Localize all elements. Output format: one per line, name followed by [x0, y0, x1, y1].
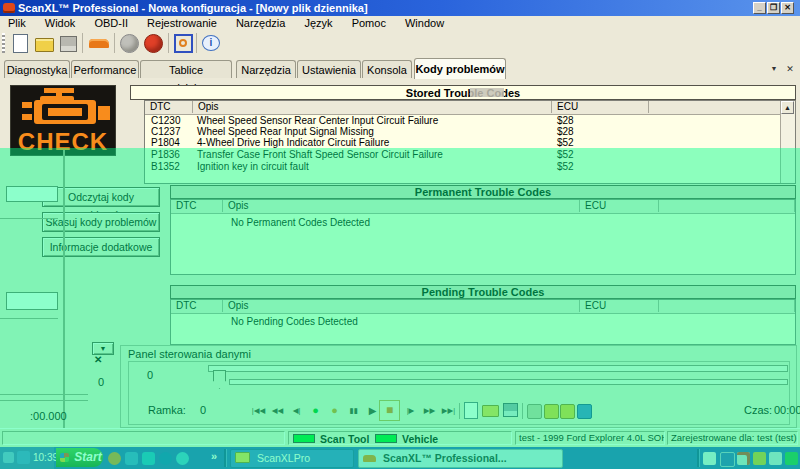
tab-narzedzia[interactable]: Narzędzia: [236, 60, 296, 78]
frame-value: 0: [200, 404, 206, 416]
ghost-close-icon[interactable]: ✕: [94, 354, 102, 365]
tray-volume-icon[interactable]: [769, 452, 782, 465]
quicklaunch-overflow-chevron[interactable]: »: [211, 450, 217, 462]
time-label: Czas:: [744, 404, 772, 416]
info-icon[interactable]: i: [201, 33, 221, 53]
quicklaunch-internet-icon[interactable]: [159, 452, 172, 465]
menu-window[interactable]: Window: [397, 16, 452, 30]
save-icon[interactable]: [58, 33, 78, 53]
skip-start-button[interactable]: |◀◀: [250, 402, 267, 419]
save-log-icon[interactable]: [503, 403, 518, 417]
tray-network-icon[interactable]: [737, 452, 750, 465]
pause-button[interactable]: ▮▮: [345, 402, 362, 419]
start-button[interactable]: Start: [56, 448, 103, 467]
empty-row-message: No Permanent Codes Detected: [231, 217, 370, 228]
menu-plik[interactable]: Plik: [0, 16, 34, 30]
export-up-icon[interactable]: [560, 404, 575, 419]
fast-forward-button[interactable]: ▶▶: [421, 402, 438, 419]
folder-icon: [235, 452, 250, 463]
ghost-field: [6, 186, 58, 202]
grid-view-icon[interactable]: [577, 404, 592, 419]
col-dtc[interactable]: DTC: [145, 101, 193, 113]
app-icon: [3, 3, 15, 13]
menu-pomoc[interactable]: Pomoc: [344, 16, 394, 30]
status-connection-panel: Scan Tool Vehicle: [288, 431, 512, 445]
scroll-up-icon[interactable]: ▲: [781, 101, 794, 114]
taskbar-item-scanxl-professional[interactable]: ScanXL™ Professional...: [358, 449, 563, 468]
col-ecu[interactable]: ECU: [580, 200, 659, 212]
quicklaunch-icon[interactable]: [125, 452, 138, 465]
tab-tablice-rozdzielcze[interactable]: Tablice rozdzielcze: [140, 60, 232, 78]
ghost-window-edge: [63, 150, 65, 428]
menu-widok[interactable]: Widok: [37, 16, 84, 30]
col-ecu[interactable]: ECU: [580, 300, 659, 312]
tab-close-icon[interactable]: ✕: [784, 63, 796, 75]
ghost-divider: [0, 400, 88, 401]
data-control-panel-title: Panel sterowania danymi: [128, 348, 251, 360]
col-opis[interactable]: Opis: [193, 101, 552, 113]
read-codes-button[interactable]: Odczytaj kody problemów: [42, 187, 160, 207]
step-forward-button[interactable]: |▶: [402, 402, 419, 419]
menu-rejestrowanie[interactable]: Rejestrowanie: [139, 16, 225, 30]
additional-info-button[interactable]: Informacje dodatkowe: [42, 237, 160, 257]
minimize-button[interactable]: _: [753, 2, 766, 14]
tab-diagnostyka[interactable]: Diagnostyka: [4, 60, 70, 78]
new-log-icon[interactable]: [464, 402, 478, 419]
connect-plug-icon[interactable]: [119, 33, 139, 53]
new-file-icon[interactable]: [10, 33, 30, 53]
col-dtc[interactable]: DTC: [171, 300, 223, 312]
disconnect-plug-icon[interactable]: [143, 33, 163, 53]
tab-kody-problemow[interactable]: Kody problemów: [414, 58, 506, 79]
tab-konsola[interactable]: Konsola: [362, 60, 412, 78]
tray-display-icon[interactable]: [703, 452, 716, 465]
window-title: ScanXL™ Professional - Nowa konfiguracja…: [18, 0, 368, 16]
tab-dropdown-icon[interactable]: ▼: [768, 63, 780, 75]
open-folder-icon[interactable]: [34, 33, 54, 53]
tab-ustawienia[interactable]: Ustawienia: [297, 60, 361, 78]
open-log-icon[interactable]: [482, 405, 499, 417]
scan-tool-led: [293, 434, 315, 443]
tray-status-icon[interactable]: [785, 452, 798, 465]
label-tool-icon[interactable]: [527, 404, 542, 419]
tray-app-icon[interactable]: [720, 452, 735, 467]
step-back-button[interactable]: ◀|: [288, 402, 305, 419]
vehicle-car-icon[interactable]: [88, 33, 110, 53]
render-artifact: [470, 88, 504, 97]
tab-performance[interactable]: Performance: [71, 60, 139, 78]
playback-slider-track[interactable]: [208, 365, 788, 372]
toolbar-separator: [196, 33, 197, 53]
quicklaunch-media-icon[interactable]: [176, 452, 189, 465]
secondary-slider-track[interactable]: [229, 379, 788, 385]
menu-jezyk[interactable]: Język: [296, 16, 340, 30]
rewind-button[interactable]: ◀◀: [269, 402, 286, 419]
col-dtc[interactable]: DTC: [171, 200, 223, 212]
windows-flag-icon: [60, 453, 69, 462]
menu-narzedzia[interactable]: Narzędzia: [228, 16, 294, 30]
time-value: 00:00: [774, 404, 800, 416]
restore-button[interactable]: ❐: [767, 2, 780, 14]
menu-obd2[interactable]: OBD-II: [86, 16, 136, 30]
clear-codes-button[interactable]: Skasuj kody problemów: [42, 212, 160, 232]
quicklaunch-icon[interactable]: [142, 452, 155, 465]
tray-shield-icon[interactable]: [753, 452, 766, 465]
skip-end-button[interactable]: ▶▶|: [440, 402, 457, 419]
dashboard-icon[interactable]: [173, 33, 193, 53]
marker-button[interactable]: ●: [326, 402, 343, 419]
toolbar-grip[interactable]: [2, 33, 5, 53]
col-opis[interactable]: Opis: [223, 200, 580, 212]
close-button[interactable]: ✕: [781, 2, 794, 14]
stop-button[interactable]: ■: [379, 400, 400, 421]
taskbar-divider: [224, 449, 227, 467]
export-down-icon[interactable]: [544, 404, 559, 419]
col-extra[interactable]: [649, 101, 782, 113]
col-ecu[interactable]: ECU: [552, 101, 649, 113]
col-extra[interactable]: [659, 200, 795, 212]
scanxl-app-window: ScanXL™ Professional - Nowa konfiguracja…: [0, 0, 800, 469]
menu-bar: Plik Widok OBD-II Rejestrowanie Narzędzi…: [0, 16, 800, 30]
col-opis[interactable]: Opis: [223, 300, 580, 312]
col-extra[interactable]: [659, 300, 795, 312]
stored-scrollbar[interactable]: ▲: [780, 101, 795, 183]
quicklaunch-icon[interactable]: [108, 452, 121, 465]
taskbar-item-scanxlpro[interactable]: ScanXLPro: [230, 449, 354, 468]
record-button[interactable]: ●: [307, 402, 324, 419]
